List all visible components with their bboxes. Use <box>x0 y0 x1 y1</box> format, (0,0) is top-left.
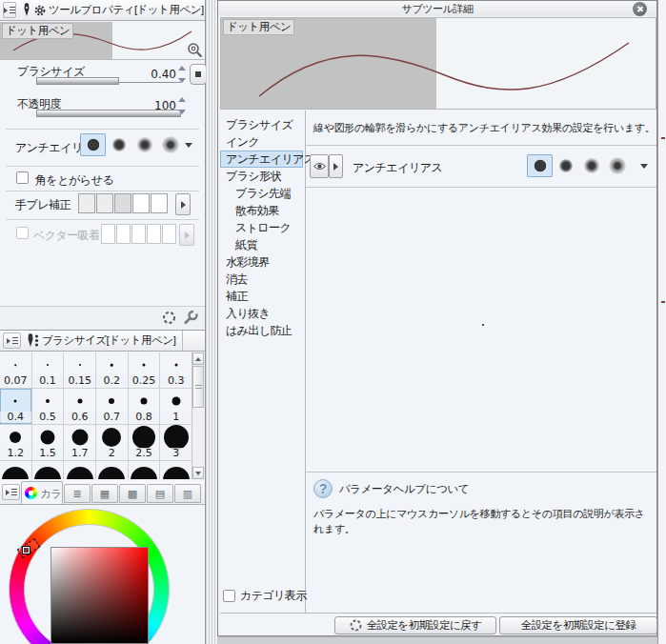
brush-size-cell[interactable]: 0.2 <box>96 352 129 389</box>
register-all-button[interactable]: 全設定を初期設定に登録 <box>499 616 657 634</box>
brush-size-number: 0.6 <box>64 412 95 422</box>
brush-size-cell[interactable]: 0.7 <box>96 389 129 425</box>
brush-size-cell[interactable]: 0.5 <box>32 389 65 425</box>
scrollbar-thumb[interactable] <box>192 366 204 408</box>
intermediate-color-tab[interactable]: ▩ <box>119 484 146 503</box>
wrench-icon[interactable] <box>182 309 199 330</box>
close-button[interactable] <box>633 2 647 16</box>
color-history-tab[interactable]: ▥ <box>174 484 201 503</box>
brush-size-cell[interactable]: 1.7 <box>64 425 96 461</box>
brush-size-cell[interactable]: 0.3 <box>160 352 192 389</box>
stabilize-expand-icon[interactable] <box>175 193 191 215</box>
antialias-option-2[interactable] <box>578 154 604 177</box>
antialias-option-0[interactable] <box>527 154 553 177</box>
category-item-8[interactable]: 水彩境界 <box>220 253 303 271</box>
stabilize-box[interactable] <box>114 193 131 213</box>
category-toggle[interactable]: カテゴリ表示 <box>223 588 307 604</box>
brush-size-number: 0.25 <box>129 375 160 386</box>
canvas-edge-strip <box>657 0 666 644</box>
brush-size-unit-button[interactable] <box>190 64 207 85</box>
brush-size-cell[interactable]: 0.15 <box>64 352 96 389</box>
scroll-up-icon[interactable] <box>192 352 204 365</box>
brush-size-cell[interactable]: 2 <box>96 425 129 461</box>
stabilize-box[interactable] <box>132 193 150 213</box>
subtool-titlebar[interactable]: サブツール詳細 <box>218 1 656 16</box>
anti-alias-dropdown-icon[interactable] <box>640 164 648 169</box>
reset-all-button[interactable]: 全設定を初期設定に戻す <box>334 616 496 634</box>
category-item-5[interactable]: 散布効果 <box>220 202 303 219</box>
brush-size-cell[interactable]: 3 <box>160 425 192 461</box>
antialias-dot-icon <box>85 136 102 153</box>
anti-alias-dropdown-icon[interactable] <box>185 143 192 148</box>
antialias-option-3[interactable] <box>604 154 630 177</box>
vector-snap-checkbox[interactable] <box>16 227 29 239</box>
panel-menu-icon[interactable] <box>2 484 20 500</box>
antialias-option-1[interactable] <box>553 154 578 177</box>
sharp-corner-checkbox[interactable] <box>16 171 29 184</box>
stabilize-box[interactable] <box>151 193 168 213</box>
opacity-spinner[interactable] <box>178 97 189 114</box>
brush-size-tab[interactable]: ブラシサイズ[ドット用ペン] <box>24 331 183 351</box>
antialias-option-0[interactable] <box>80 133 106 156</box>
brush-size-cell[interactable]: 0.6 <box>64 389 96 425</box>
pen-tool-icon <box>22 3 31 17</box>
category-item-9[interactable]: 消去 <box>220 271 303 288</box>
expand-button[interactable] <box>329 154 343 178</box>
stabilize-box[interactable] <box>96 193 113 213</box>
stabilize-box[interactable] <box>78 193 95 213</box>
panel-menu-icon[interactable] <box>3 2 16 18</box>
brush-size-cell[interactable] <box>64 461 96 479</box>
category-item-0[interactable]: ブラシサイズ <box>220 116 303 133</box>
category-item-12[interactable]: はみ出し防止 <box>220 322 303 339</box>
category-item-3[interactable]: ブラシ形状 <box>220 168 303 185</box>
brush-size-cell[interactable] <box>96 461 129 479</box>
antialias-option-2[interactable] <box>131 133 157 156</box>
saturation-value-cursor[interactable] <box>22 546 30 554</box>
category-item-11[interactable]: 入り抜き <box>220 305 303 322</box>
brush-size-cell[interactable] <box>32 461 65 479</box>
brush-size-cell[interactable]: 1.5 <box>32 425 65 461</box>
brush-size-cell[interactable]: 0.25 <box>129 352 161 389</box>
brush-size-cell[interactable]: 0.4 <box>0 389 32 425</box>
category-item-7[interactable]: 紙質 <box>220 236 303 253</box>
opacity-value[interactable]: 100 <box>134 99 176 112</box>
visibility-button[interactable] <box>310 154 329 178</box>
scroll-down-icon[interactable] <box>192 467 204 479</box>
color-wheel-tab[interactable]: カラー <box>21 481 63 504</box>
brush-size-cell[interactable] <box>160 461 192 479</box>
brush-size-cell[interactable]: 0.07 <box>0 352 32 389</box>
brush-size-cell[interactable] <box>129 461 161 479</box>
vector-snap-boxes <box>101 224 176 244</box>
reset-tool-icon[interactable] <box>162 311 176 329</box>
brush-size-number: 0.07 <box>0 375 31 386</box>
approx-color-tab[interactable]: ▤ <box>147 484 173 503</box>
category-item-1[interactable]: インク <box>220 133 303 151</box>
reset-icon <box>350 619 362 632</box>
category-item-6[interactable]: ストローク <box>220 219 303 236</box>
antialias-option-3[interactable] <box>157 133 183 156</box>
subtool-detail-launcher-icon[interactable] <box>187 42 203 58</box>
dock-divider[interactable] <box>206 0 217 644</box>
brush-size-cell[interactable]: 1.2 <box>0 425 32 461</box>
stabilize-level-boxes[interactable] <box>78 193 168 213</box>
brush-size-cell[interactable]: 1 <box>160 389 192 425</box>
brush-size-number: 0.15 <box>64 375 95 386</box>
panel-menu-icon[interactable] <box>3 332 21 349</box>
brush-size-cell[interactable]: 0.8 <box>129 389 161 425</box>
category-item-10[interactable]: 補正 <box>220 288 303 305</box>
antialias-option-1[interactable] <box>106 133 131 156</box>
brush-size-scrollbar[interactable] <box>192 352 205 479</box>
saturation-value-square[interactable] <box>50 547 149 644</box>
tool-property-tab[interactable]: ツールプロパティ[ドット用ペン] <box>19 0 212 20</box>
brush-size-cell[interactable]: 2.5 <box>129 425 161 461</box>
category-item-2[interactable]: アンチエイリアス <box>220 151 303 168</box>
category-item-4[interactable]: ブラシ先端 <box>220 185 303 202</box>
color-slider-tab[interactable]: ≣ <box>64 484 91 503</box>
brush-size-spinner[interactable] <box>178 66 189 83</box>
brush-size-cell[interactable]: 0.1 <box>32 352 65 389</box>
brush-size-panel: ブラシサイズ[ドット用ペン] 0.070.10.150.20.250.30.40… <box>0 330 205 482</box>
brush-size-cell[interactable] <box>0 461 32 479</box>
brush-size-value[interactable]: 0.40 <box>134 68 176 81</box>
color-set-tab[interactable]: ▦ <box>91 484 118 503</box>
category-checkbox[interactable] <box>223 590 235 602</box>
